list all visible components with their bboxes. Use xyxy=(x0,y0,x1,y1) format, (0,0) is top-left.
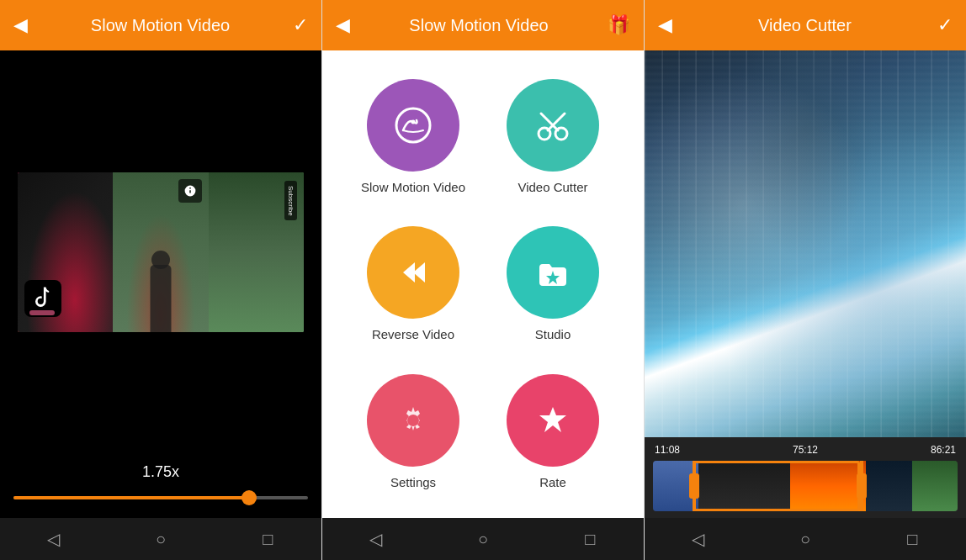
reverse-label: Reverse Video xyxy=(372,327,454,341)
timeline-segment-night xyxy=(866,461,911,511)
handle-marker-left[interactable] xyxy=(689,473,699,499)
handle-marker-right[interactable] xyxy=(857,473,867,499)
video-preview: Subscribe xyxy=(18,172,304,332)
svg-rect-0 xyxy=(28,283,58,314)
controls-area: 1.75x xyxy=(0,453,321,518)
panel3-bottom-nav: ◁ ○ □ xyxy=(645,518,966,560)
video-segment-1 xyxy=(18,172,113,332)
settings-circle xyxy=(367,374,459,467)
menu-item-slow-motion[interactable]: Slow Motion Video xyxy=(348,67,479,206)
menu-item-reverse[interactable]: Reverse Video xyxy=(348,214,479,353)
timeline-timestamps: 11:08 75:12 86:21 xyxy=(653,444,958,456)
timeline-handle-left[interactable] xyxy=(693,461,696,511)
back-button-p3[interactable]: ◀ xyxy=(658,14,672,36)
check-button-p1[interactable]: ✓ xyxy=(293,14,308,36)
waterfall-video xyxy=(645,50,966,437)
subscribe-text: Subscribe xyxy=(284,181,297,221)
slow-motion-label: Slow Motion Video xyxy=(361,180,465,194)
slider-thumb[interactable] xyxy=(242,490,257,505)
settings-label: Settings xyxy=(390,475,436,489)
back-icon-badge xyxy=(178,179,202,203)
slow-motion-circle xyxy=(367,79,459,172)
video-segment-3: Subscribe xyxy=(209,172,304,332)
timeline-segment-green xyxy=(912,461,958,511)
panel1-content: Subscribe xyxy=(0,50,321,453)
speed-display: 1.75x xyxy=(13,463,308,481)
panel3-title: Video Cutter xyxy=(758,16,852,35)
nav-home-p1[interactable]: ○ xyxy=(144,522,178,556)
menu-item-studio[interactable]: Studio xyxy=(487,214,618,353)
menu-item-settings[interactable]: Settings xyxy=(348,362,479,501)
timestamp-3: 86:21 xyxy=(931,444,956,456)
panel1-title: Slow Motion Video xyxy=(91,16,230,35)
svg-marker-8 xyxy=(413,262,425,283)
menu-item-rate[interactable]: Rate xyxy=(487,362,618,501)
speed-slider[interactable] xyxy=(13,488,308,508)
video-cutter-label: Video Cutter xyxy=(518,180,587,194)
timeline-track[interactable] xyxy=(653,461,958,511)
rate-circle xyxy=(507,374,599,467)
panel-slow-motion: ◀ Slow Motion Video ✓ xyxy=(0,0,321,560)
svg-marker-11 xyxy=(539,407,566,432)
svg-point-2 xyxy=(411,120,416,124)
slider-fill xyxy=(13,496,249,499)
panel2-title: Slow Motion Video xyxy=(409,16,548,35)
gift-icon[interactable]: 🎁 xyxy=(608,14,630,36)
video-segment-2 xyxy=(113,172,208,332)
nav-square-p3[interactable]: □ xyxy=(895,522,929,556)
menu-grid: Slow Motion Video Video Cutter xyxy=(322,50,644,518)
menu-item-video-cutter[interactable]: Video Cutter xyxy=(487,67,618,206)
nav-back-p3[interactable]: ◁ xyxy=(682,522,715,556)
video-main xyxy=(645,50,966,437)
timeline-selection xyxy=(693,461,860,511)
timestamp-1: 11:08 xyxy=(655,444,680,456)
nav-back-p2[interactable]: ◁ xyxy=(359,522,393,556)
rate-label: Rate xyxy=(539,475,566,489)
check-button-p3[interactable]: ✓ xyxy=(937,14,953,36)
panel2-bottom-nav: ◁ ○ □ xyxy=(322,518,644,560)
panel3-header: ◀ Video Cutter ✓ xyxy=(645,0,966,50)
svg-point-10 xyxy=(407,415,419,426)
slider-track xyxy=(13,496,308,499)
timeline-handle-right[interactable] xyxy=(860,461,863,511)
video-cutter-circle xyxy=(507,79,599,172)
timestamp-2: 75:12 xyxy=(793,444,818,456)
panel-video-cutter: ◀ Video Cutter ✓ 11:08 75:12 86:21 xyxy=(645,0,966,560)
waterfall-detail xyxy=(645,50,966,437)
nav-home-p3[interactable]: ○ xyxy=(788,522,822,556)
nav-square-p1[interactable]: □ xyxy=(251,522,284,556)
nav-square-p2[interactable]: □ xyxy=(573,522,607,556)
studio-circle xyxy=(507,226,599,319)
svg-marker-7 xyxy=(403,262,415,283)
studio-label: Studio xyxy=(535,327,571,341)
panel1-header: ◀ Slow Motion Video ✓ xyxy=(0,0,321,50)
nav-home-p2[interactable]: ○ xyxy=(466,522,500,556)
panel1-bottom-nav: ◁ ○ □ xyxy=(0,518,321,560)
back-button-p2[interactable]: ◀ xyxy=(336,14,350,36)
panel2-header: ◀ Slow Motion Video 🎁 xyxy=(322,0,644,50)
svg-point-1 xyxy=(396,108,430,142)
reverse-circle xyxy=(367,226,459,319)
nav-back-p1[interactable]: ◁ xyxy=(37,522,71,556)
panel-menu: ◀ Slow Motion Video 🎁 Slow Motion Video xyxy=(321,0,645,560)
timeline-area: 11:08 75:12 86:21 xyxy=(645,437,966,518)
back-button-p1[interactable]: ◀ xyxy=(13,14,28,36)
